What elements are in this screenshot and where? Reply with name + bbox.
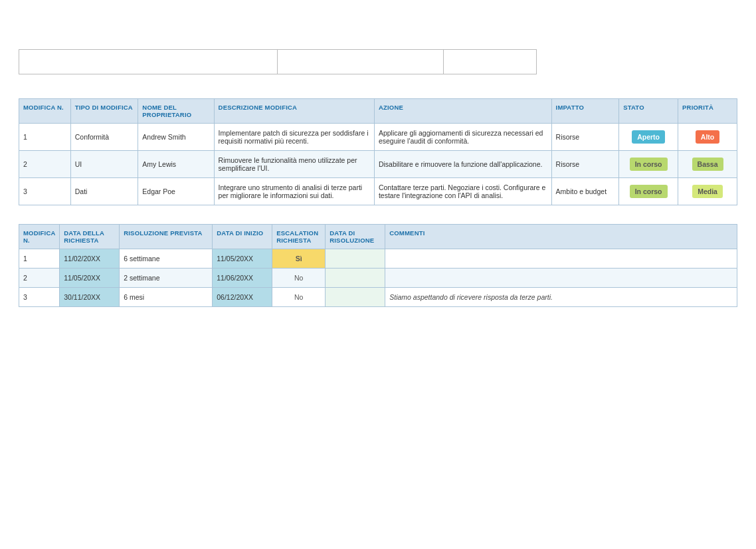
project-name-col [19, 47, 278, 74]
status-badge: In corso [630, 158, 668, 171]
cell-tipo: Conformità [70, 123, 138, 150]
th2-data-risoluzione: DATA DI RISOLUZIONE [326, 224, 385, 249]
table-row: 3 30/11/20XX 6 mesi 06/12/20XX No Stiamo… [19, 287, 737, 306]
tracking-table: MODIFICA N. DATA DELLA RICHIESTA RISOLUZ… [19, 224, 737, 307]
th2-modifica-n: MODIFICA N. [19, 224, 60, 249]
th2-data-inizio: DATA DI INIZIO [213, 224, 272, 249]
th2-risoluzione: RISOLUZIONE PREVISTA [120, 224, 213, 249]
cell-num: 3 [19, 177, 71, 205]
cell-data-inizio: 11/06/20XX [213, 268, 272, 287]
th-descrizione: DESCRIZIONE MODIFICA [214, 98, 374, 123]
table-row: 1 Conformità Andrew Smith Implementare p… [19, 123, 737, 150]
project-info-row [19, 47, 737, 74]
main-title [19, 16, 737, 35]
changes-table: MODIFICA N. TIPO DI MODIFICA NOME DEL PR… [19, 98, 737, 205]
cell-num: 2 [19, 150, 71, 177]
cell-proprietario: Amy Lewis [138, 150, 214, 177]
th-impatto: IMPATTO [551, 98, 619, 123]
cell-commenti [385, 249, 737, 268]
cell-escalation: No [272, 268, 326, 287]
cell-escalation: Sì [272, 249, 326, 268]
cell-risoluzione: 6 mesi [120, 287, 213, 306]
cell-azione: Applicare gli aggiornamenti di sicurezza… [374, 123, 551, 150]
cell-tipo: Dati [70, 177, 138, 205]
cell-num: 3 [19, 287, 60, 306]
th-priorita: PRIORITÀ [678, 98, 737, 123]
cell-azione: Disabilitare e rimuovere la funzione dal… [374, 150, 551, 177]
status-badge: Aperto [632, 130, 665, 144]
cell-impatto: Risorse [551, 150, 619, 177]
cell-azione: Contattare terze parti. Negoziare i cost… [374, 177, 551, 205]
cell-data-risoluzione [326, 287, 385, 306]
cell-escalation: No [272, 287, 326, 306]
th2-escalation: ESCALATION RICHIESTA [272, 224, 326, 249]
cell-commenti: Stiamo aspettando di ricevere risposta d… [385, 287, 737, 306]
cell-stato: Aperto [619, 123, 678, 150]
th2-commenti: COMMENTI [385, 224, 737, 249]
cell-proprietario: Andrew Smith [138, 123, 214, 150]
cell-num: 2 [19, 268, 60, 287]
th2-data-richiesta: DATA DELLA RICHIESTA [60, 224, 120, 249]
cell-descrizione: Integrare uno strumento di analisi di te… [214, 177, 374, 205]
cell-data-richiesta: 11/05/20XX [60, 268, 120, 287]
cell-data-risoluzione [326, 268, 385, 287]
cell-data-risoluzione [326, 249, 385, 268]
cell-descrizione: Rimuovere le funzionalità meno utilizzat… [214, 150, 374, 177]
priority-badge: Bassa [692, 158, 723, 171]
priority-badge: Alto [696, 130, 719, 144]
cell-stato: In corso [619, 150, 678, 177]
cell-commenti [385, 268, 737, 287]
table-row: 3 Dati Edgar Poe Integrare uno strumento… [19, 177, 737, 205]
cell-tipo: UI [70, 150, 138, 177]
cell-data-richiesta: 30/11/20XX [60, 287, 120, 306]
cell-data-inizio: 06/12/20XX [213, 287, 272, 306]
cell-impatto: Ambito e budget [551, 177, 619, 205]
th-tipo: TIPO DI MODIFICA [70, 98, 138, 123]
th-azione: AZIONE [374, 98, 551, 123]
project-update-col [444, 47, 537, 74]
project-pm-col [278, 47, 444, 74]
cell-num: 1 [19, 123, 71, 150]
cell-priorita: Alto [678, 123, 737, 150]
cell-priorita: Bassa [678, 150, 737, 177]
th-modifica-n: MODIFICA N. [19, 98, 71, 123]
cell-descrizione: Implementare patch di sicurezza per sodd… [214, 123, 374, 150]
table-row: 2 UI Amy Lewis Rimuovere le funzionalità… [19, 150, 737, 177]
project-name-box[interactable] [19, 49, 278, 74]
cell-risoluzione: 6 settimane [120, 249, 213, 268]
cell-impatto: Risorse [551, 123, 619, 150]
cell-proprietario: Edgar Poe [138, 177, 214, 205]
cell-num: 1 [19, 249, 60, 268]
table-row: 2 11/05/20XX 2 settimane 11/06/20XX No [19, 268, 737, 287]
cell-data-richiesta: 11/02/20XX [60, 249, 120, 268]
th-stato: STATO [619, 98, 678, 123]
project-update-box[interactable] [444, 49, 537, 74]
cell-data-inizio: 11/05/20XX [213, 249, 272, 268]
cell-stato: In corso [619, 177, 678, 205]
project-pm-box[interactable] [278, 49, 444, 74]
priority-badge: Media [692, 185, 723, 198]
table-row: 1 11/02/20XX 6 settimane 11/05/20XX Sì [19, 249, 737, 268]
th-proprietario: NOME DEL PROPRIETARIO [138, 98, 214, 123]
cell-priorita: Media [678, 177, 737, 205]
cell-risoluzione: 2 settimane [120, 268, 213, 287]
status-badge: In corso [630, 185, 668, 198]
